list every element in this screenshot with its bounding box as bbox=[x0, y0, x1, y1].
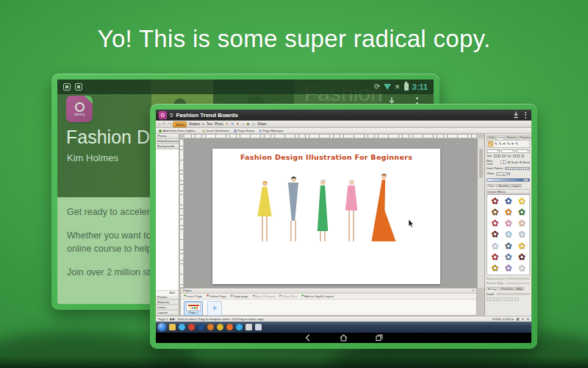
tab-styles[interactable]: Styles bbox=[487, 184, 497, 188]
tab-line[interactable]: Line bbox=[497, 135, 505, 140]
instant-effect-gear-icon[interactable]: ✿ bbox=[491, 208, 498, 217]
miter-limit-input[interactable]: 4 bbox=[501, 160, 506, 164]
backgrounds-accordion[interactable]: Backgrounds bbox=[156, 144, 179, 149]
instant-effect-gear-icon[interactable]: ✿ bbox=[518, 241, 526, 251]
zoom-out-icon[interactable]: ⊖ bbox=[521, 317, 524, 321]
line-width-select[interactable]: ▾ bbox=[487, 149, 500, 153]
fashion-figure[interactable] bbox=[313, 180, 332, 241]
pages-panel-expand-icon[interactable]: » bbox=[473, 289, 474, 293]
move-previous-button[interactable]: ◀Move Previous bbox=[252, 294, 276, 298]
spray-tool-icon[interactable]: ∼ bbox=[241, 122, 244, 126]
undo-icon[interactable]: ↶ bbox=[162, 122, 165, 126]
instant-effect-gear-icon[interactable]: ✿ bbox=[504, 263, 512, 273]
instant-effect-gear-icon[interactable]: ✿ bbox=[491, 263, 498, 273]
offset-spinner[interactable] bbox=[507, 172, 510, 175]
move-next-button[interactable]: ▶Move Next bbox=[279, 294, 297, 298]
line-style-icon[interactable]: ✎ bbox=[488, 141, 493, 146]
taskbar-start-button[interactable] bbox=[158, 323, 166, 331]
shapes-tool-button[interactable]: Shapes bbox=[189, 122, 200, 126]
cap-option[interactable] bbox=[513, 155, 516, 158]
embellishments-accordion[interactable]: Embellishments bbox=[156, 139, 179, 144]
taskbar-app-icon[interactable] bbox=[226, 324, 233, 330]
text-tool-button[interactable]: Text bbox=[207, 122, 212, 126]
fill-tool-icon[interactable]: ◆ bbox=[247, 122, 250, 126]
canvas-scrollbar[interactable] bbox=[477, 138, 484, 288]
recent-apps-button[interactable] bbox=[376, 331, 383, 343]
canvas-title-text[interactable]: Fashion Design Illustration For Beginner… bbox=[212, 153, 440, 161]
instant-effect-gear-icon[interactable]: ✿ bbox=[518, 230, 526, 239]
tab-layers[interactable]: Layers bbox=[511, 184, 522, 188]
design-canvas[interactable]: Fashion Design Illustration For Beginner… bbox=[184, 138, 477, 288]
share-button[interactable]: Share bbox=[257, 122, 266, 126]
tab-brushes[interactable]: Brushes bbox=[498, 184, 510, 188]
tab-transform[interactable]: Transform bbox=[500, 287, 514, 291]
page-thumbnail-selected[interactable]: Page 1 bbox=[184, 301, 203, 316]
tab-arrange[interactable]: Arrange bbox=[487, 287, 499, 291]
insert-page-button[interactable]: ✚Insert Page bbox=[183, 294, 202, 298]
instant-effect-gear-icon[interactable]: ✿ bbox=[504, 230, 512, 239]
feather-edge-slider[interactable] bbox=[506, 283, 530, 285]
instant-effect-gear-icon[interactable]: ✿ bbox=[504, 197, 512, 206]
back-button[interactable] bbox=[304, 331, 312, 343]
line-style-icon[interactable]: ✎ bbox=[507, 142, 510, 146]
material-depth-slider[interactable] bbox=[506, 277, 530, 280]
line-style-icon[interactable]: ✎ bbox=[515, 142, 518, 146]
fashion-figure[interactable] bbox=[342, 180, 361, 241]
photo-tool-button[interactable]: Photo bbox=[215, 122, 223, 126]
overflow-menu-icon[interactable] bbox=[525, 112, 526, 118]
fit-page-icon[interactable]: ▦ bbox=[516, 317, 519, 321]
letters-accordion[interactable]: Letters bbox=[156, 305, 179, 311]
instant-effect-gear-icon[interactable]: ✿ bbox=[491, 230, 498, 239]
instant-effect-gear-icon[interactable]: ✿ bbox=[518, 197, 526, 206]
dash-pattern-strip[interactable] bbox=[505, 167, 530, 170]
frames-accordion[interactable]: Frames bbox=[156, 295, 179, 300]
pen-tool-icon[interactable]: ✎ bbox=[231, 122, 234, 126]
line-style-icon[interactable]: ✎ bbox=[495, 142, 498, 146]
instant-effect-gear-icon[interactable]: ✿ bbox=[504, 241, 512, 251]
instant-effect-gear-icon[interactable]: ✿ bbox=[491, 219, 498, 228]
instant-effect-gear-icon[interactable]: ✿ bbox=[518, 208, 526, 217]
canvas-page[interactable]: Fashion Design Illustration For Beginner… bbox=[212, 149, 440, 284]
materials-accordion[interactable]: Materials bbox=[156, 300, 179, 305]
udemy-app-icon-small[interactable] bbox=[159, 111, 167, 119]
tab-stencils[interactable]: Stencils bbox=[505, 135, 517, 140]
depth-slider[interactable] bbox=[496, 293, 530, 295]
taskbar-app-icon[interactable] bbox=[169, 324, 176, 330]
taskbar-app-icon[interactable] bbox=[188, 324, 195, 330]
bevel-checkbox[interactable] bbox=[520, 161, 523, 164]
line-style-select[interactable]: ▾ bbox=[501, 149, 514, 153]
instant-effect-gear-icon[interactable]: ✿ bbox=[518, 252, 526, 262]
instant-effect-gear-icon[interactable]: ✿ bbox=[504, 252, 512, 262]
fashion-figure[interactable] bbox=[283, 177, 304, 241]
taskbar-app-icon[interactable] bbox=[236, 324, 243, 330]
instant-effect-gear-icon[interactable]: ✿ bbox=[504, 219, 512, 228]
layouts-accordion[interactable]: Layouts bbox=[156, 311, 179, 316]
add-content-button[interactable]: Add... bbox=[156, 290, 179, 295]
add-items-button[interactable]: Add items from Digikits... bbox=[159, 129, 198, 132]
page-manager-button[interactable]: Page Manager bbox=[259, 129, 284, 132]
taskbar-app-icon[interactable] bbox=[207, 324, 214, 330]
instant-effect-gear-icon[interactable]: ✿ bbox=[518, 219, 526, 228]
redo-icon[interactable]: ↷ bbox=[168, 122, 171, 126]
instant-effect-gear-icon[interactable]: ✿ bbox=[491, 241, 498, 251]
taskbar-app-icon[interactable] bbox=[245, 324, 252, 330]
copy-page-button[interactable]: ⧉Copy page bbox=[230, 294, 248, 298]
scale-checkbox[interactable] bbox=[508, 161, 511, 164]
line-style-icon[interactable]: ✒ bbox=[503, 142, 506, 146]
arrange-button[interactable] bbox=[487, 297, 491, 301]
join-option[interactable] bbox=[494, 155, 497, 158]
pencil-tool-icon[interactable]: ✎ bbox=[226, 122, 229, 126]
opacity-slider[interactable] bbox=[487, 178, 530, 182]
add-digikit-layout-button[interactable]: ✚Add as DigiKit Layout bbox=[301, 294, 334, 298]
eraser-tool-icon[interactable]: ▭ bbox=[251, 122, 255, 126]
brush-tool-icon[interactable]: ✦ bbox=[236, 122, 239, 126]
line-end-select[interactable]: ▾ bbox=[517, 149, 530, 153]
delete-page-button[interactable]: ✖Delete Page bbox=[206, 294, 226, 298]
taskbar-app-icon[interactable] bbox=[198, 324, 204, 330]
instant-effect-gear-icon[interactable]: ✿ bbox=[518, 263, 526, 273]
taskbar-app-icon[interactable] bbox=[217, 324, 223, 330]
insert-sentiment-button[interactable]: Insert Sentiment bbox=[202, 129, 229, 132]
add-page-button[interactable]: + bbox=[207, 301, 222, 316]
home-button[interactable] bbox=[340, 331, 348, 343]
instant-effect-gear-icon[interactable]: ✿ bbox=[491, 252, 498, 262]
